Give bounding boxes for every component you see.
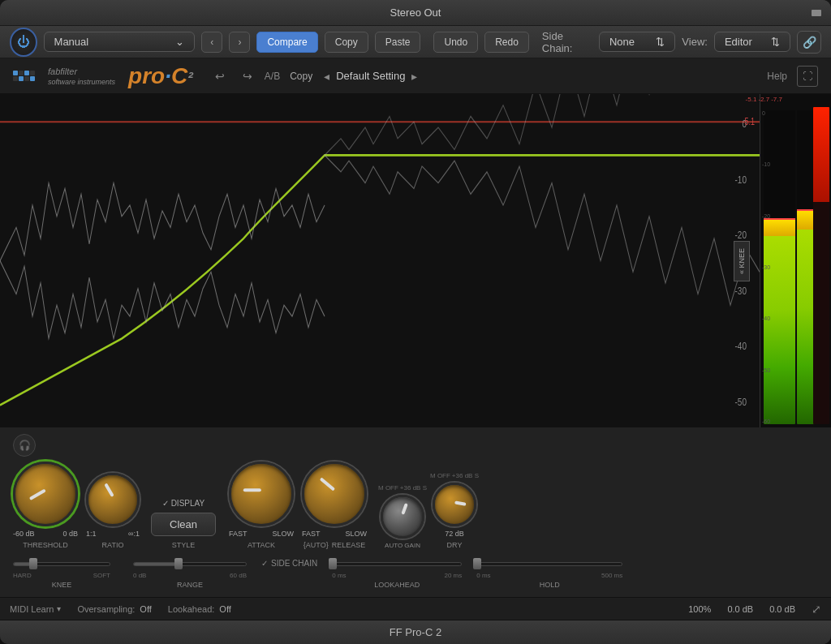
forward-button[interactable]: ›	[229, 32, 250, 53]
expand-icon[interactable]: ⤢	[812, 603, 821, 616]
plugin-redo[interactable]: ↪	[237, 66, 258, 87]
sliders-row: HARD SOFT KNEE 0 dB 60 dB	[10, 556, 821, 590]
svg-text:-5.1: -5.1	[743, 116, 755, 127]
threshold-group: 🎧 -60 dB 0 dB THRESHOLD	[13, 434, 78, 549]
hold-slider-container	[476, 557, 622, 570]
oversampling-label: Oversampling:	[77, 604, 135, 614]
side-chain-dropdown[interactable]: None ⇅	[599, 32, 675, 52]
ratio-min: 1:1	[86, 530, 97, 538]
knee-slider[interactable]	[13, 562, 110, 566]
midi-learn-label: MIDI Learn	[10, 604, 54, 614]
window-bottom-title: FF Pro-C 2	[390, 626, 441, 638]
dry-range: +36 dB S	[452, 472, 479, 479]
auto-gain-knob[interactable]	[381, 495, 424, 539]
main-area: 0 -5.1 -10 -20 -30 -40 -50 « KNEE -5.1 -…	[0, 94, 831, 620]
style-group: ✓ DISPLAY Clean STYLE	[151, 499, 216, 549]
undo-button[interactable]: Undo	[433, 32, 478, 53]
release-group: FAST SLOW {AUTO} RELEASE	[302, 458, 367, 549]
dry-knob[interactable]	[433, 483, 476, 526]
ratio-knob[interactable]	[86, 473, 140, 526]
style-clean-button[interactable]: Clean	[151, 513, 216, 536]
link-button[interactable]: 🔗	[797, 31, 821, 54]
plugin-logo: fabfiltersoftware instruments	[48, 67, 115, 86]
lookahead-slider-container	[332, 557, 462, 570]
release-knob[interactable]	[302, 462, 367, 526]
release-label: RELEASE	[332, 541, 366, 549]
display-toggle[interactable]: ✓ DISPLAY	[162, 499, 205, 508]
midi-learn-item: MIDI Learn ▾	[10, 604, 61, 614]
paste-button[interactable]: Paste	[375, 32, 421, 53]
threshold-label: THRESHOLD	[23, 541, 68, 549]
preset-name: Default Setting	[336, 70, 405, 82]
main-toolbar: ⏻ Manual ⌄ ‹ › Compare Copy Paste Undo R…	[0, 26, 831, 58]
oversampling-value: Off	[140, 604, 151, 614]
auto-gain-m-off: M OFF	[378, 484, 398, 492]
ab-copy-button[interactable]: Copy	[285, 69, 317, 84]
side-chain-button[interactable]: ✓ SIDE CHAIN	[261, 559, 317, 568]
help-button[interactable]: Help	[767, 71, 787, 82]
copy-button[interactable]: Copy	[325, 32, 368, 53]
power-button[interactable]: ⏻	[10, 28, 37, 57]
knee-max-label: SOFT	[93, 572, 110, 579]
window-controls[interactable]	[812, 10, 821, 16]
main-window: Stereo Out ⏻ Manual ⌄ ‹ › Compare Copy P…	[0, 0, 831, 644]
auto-gain-label: AUTO GAIN	[385, 542, 420, 549]
controls-section: 🎧 -60 dB 0 dB THRESHOLD	[0, 427, 831, 597]
lookahead-slider[interactable]	[332, 562, 462, 566]
range-slider[interactable]	[133, 562, 247, 566]
visualizer: 0 -5.1 -10 -20 -30 -40 -50 « KNEE -5.1 -…	[0, 94, 831, 427]
threshold-knob[interactable]	[13, 462, 78, 526]
hold-slider[interactable]	[476, 562, 622, 566]
brand-name: fabfiltersoftware instruments	[48, 67, 115, 86]
prev-preset-button[interactable]: ◂	[324, 70, 329, 83]
side-chain-label: Side Chain:	[542, 30, 592, 54]
oversampling-item: Oversampling: Off	[77, 604, 151, 614]
preset-chevron: ⌄	[175, 36, 184, 48]
view-label: View:	[682, 36, 708, 48]
ratio-label: RATIO	[102, 541, 124, 549]
dry-group: M OFF +36 dB S 72 dB DRY	[430, 472, 479, 549]
midi-learn-dropdown[interactable]: MIDI Learn ▾	[10, 604, 61, 614]
fullscreen-button[interactable]: ⛶	[797, 66, 818, 87]
lookahead-max-label: 20 ms	[444, 572, 462, 579]
threshold-max: 0 dB	[62, 530, 78, 538]
ratio-group: 1:1 ∞:1 RATIO	[86, 447, 140, 549]
range-min-label: 0 dB	[133, 572, 146, 579]
release-min: FAST	[302, 530, 321, 538]
lookahead-min-label: 0 ms	[332, 572, 346, 579]
back-button[interactable]: ‹	[201, 32, 222, 53]
svg-text:-30: -30	[735, 284, 747, 297]
plugin-undo[interactable]: ↩	[209, 66, 230, 87]
redo-button[interactable]: Redo	[484, 32, 529, 53]
next-preset-button[interactable]: ▸	[411, 70, 417, 83]
compare-button[interactable]: Compare	[256, 32, 317, 53]
dry-value: 72 dB	[445, 530, 464, 538]
lookahead-slider-group: 0 ms 20 ms LOOKAHEAD	[332, 557, 462, 589]
attack-group: FAST SLOW ATTACK	[229, 458, 294, 549]
lookahead-bottom-value: Off	[219, 604, 230, 614]
attack-knob[interactable]	[229, 462, 294, 526]
knee-collapse-button[interactable]: « KNEE	[734, 240, 750, 281]
svg-text:-20: -20	[735, 229, 747, 242]
preset-dropdown[interactable]: Manual ⌄	[44, 32, 196, 52]
title-bar: Stereo Out	[0, 0, 831, 26]
knee-slider-container	[13, 557, 110, 570]
waveform-display: 0 -5.1 -10 -20 -30 -40 -50	[0, 94, 760, 427]
window-title-bar: FF Pro-C 2	[0, 620, 831, 644]
auto-gain-group: M OFF +36 dB S AUTO GAIN	[378, 484, 427, 549]
lookahead-item: Lookahead: Off	[168, 604, 231, 614]
fabfilter-logo-grid	[13, 71, 35, 81]
meter-bar-gr	[813, 107, 829, 424]
dry-m-off: M OFF	[430, 472, 450, 479]
knobs-row: 🎧 -60 dB 0 dB THRESHOLD	[10, 434, 821, 549]
headphone-button[interactable]: 🎧	[13, 434, 36, 457]
peak-label-1: -5.1	[746, 96, 757, 103]
view-dropdown[interactable]: Editor ⇅	[714, 32, 790, 52]
knee-slider-group: HARD SOFT KNEE	[13, 557, 110, 589]
range-slider-group: 0 dB 60 dB RANGE	[133, 557, 247, 589]
svg-text:-40: -40	[735, 340, 747, 353]
bottom-bar: MIDI Learn ▾ Oversampling: Off Lookahead…	[0, 597, 831, 620]
plugin-controls: ↩ ↪ A/B Copy ◂ Default Setting ▸	[209, 66, 418, 87]
dry-label: DRY	[447, 541, 463, 549]
peak-label-2: -2.7	[758, 96, 769, 103]
